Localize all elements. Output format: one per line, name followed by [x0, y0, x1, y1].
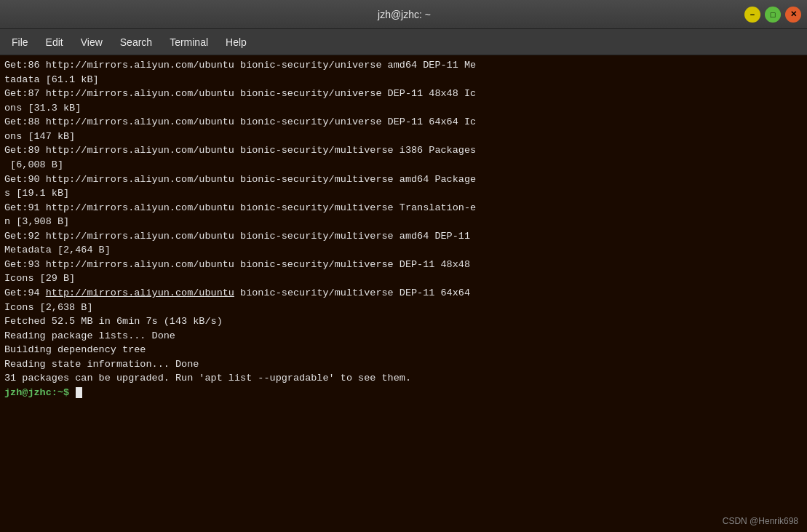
watermark: CSDN @Henrik698	[723, 516, 798, 526]
terminal-output: Get:86 http://mirrors.aliyun.com/ubuntu …	[4, 58, 803, 400]
menu-edit[interactable]: Edit	[37, 33, 72, 51]
minimize-button[interactable]: −	[744, 7, 760, 23]
terminal-area[interactable]: Get:86 http://mirrors.aliyun.com/ubuntu …	[0, 55, 807, 532]
window-controls: − □ ✕	[744, 7, 801, 23]
menu-terminal[interactable]: Terminal	[161, 33, 217, 51]
menu-search[interactable]: Search	[111, 33, 161, 51]
menu-help[interactable]: Help	[217, 33, 255, 51]
menubar: File Edit View Search Terminal Help	[0, 29, 807, 55]
window-title: jzh@jzhc: ~	[64, 9, 744, 20]
menu-file[interactable]: File	[3, 33, 37, 51]
close-button[interactable]: ✕	[785, 7, 801, 23]
terminal-cursor	[76, 387, 82, 398]
menu-view[interactable]: View	[72, 33, 111, 51]
terminal-prompt: jzh@jzhc:~$	[4, 387, 69, 398]
titlebar: jzh@jzhc: ~ − □ ✕	[0, 0, 807, 29]
maximize-button[interactable]: □	[765, 7, 781, 23]
